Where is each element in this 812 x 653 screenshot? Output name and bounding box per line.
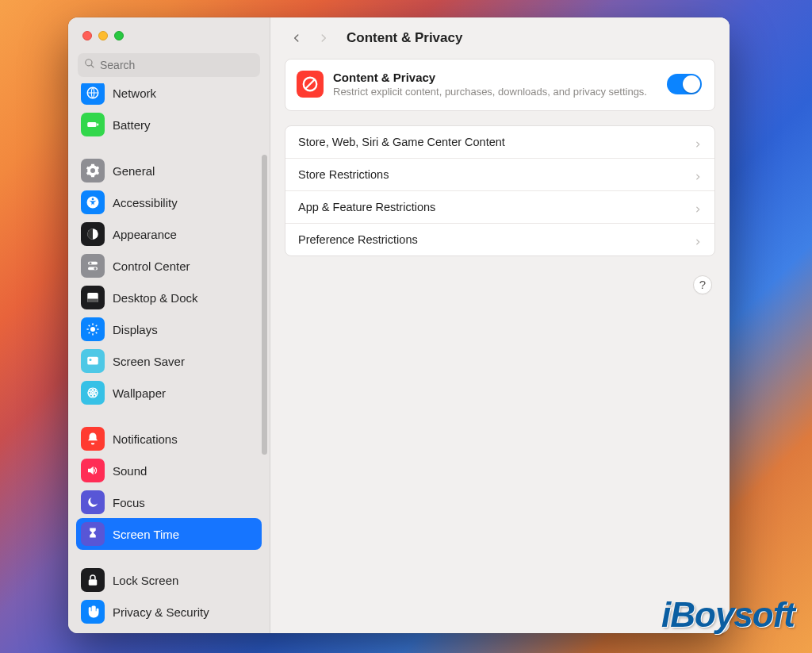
search-field[interactable]: [78, 53, 260, 77]
screensaver-icon: [81, 349, 105, 373]
row-label: Store Restrictions: [298, 168, 389, 181]
wallpaper-icon: [81, 381, 105, 405]
sidebar-item-desktop-dock[interactable]: Desktop & Dock: [76, 282, 262, 313]
sidebar-item-label: Screen Saver: [113, 355, 185, 368]
brightness-icon: [81, 317, 105, 341]
system-settings-window: NetworkBatteryGeneralAccessibilityAppear…: [68, 17, 730, 633]
moon-icon: [81, 490, 105, 514]
no-sign-icon: [297, 71, 324, 98]
battery-icon: [81, 113, 105, 136]
sidebar-item-label: Control Center: [113, 259, 190, 273]
bell-icon: [81, 427, 105, 451]
dock-icon: [81, 286, 105, 309]
chevron-right-icon: [694, 236, 702, 244]
settings-row-app-feature-restrictions[interactable]: App & Feature Restrictions: [285, 190, 714, 223]
header-title: Content & Privacy: [333, 71, 657, 84]
sidebar-item-general[interactable]: General: [76, 155, 262, 186]
settings-row-preference-restrictions[interactable]: Preference Restrictions: [285, 223, 714, 255]
settings-row-store-web-siri-game-center-content[interactable]: Store, Web, Siri & Game Center Content: [285, 126, 714, 158]
row-label: Store, Web, Siri & Game Center Content: [298, 136, 505, 148]
sidebar-item-label: Desktop & Dock: [113, 291, 198, 305]
sidebar-item-control-center[interactable]: Control Center: [76, 250, 262, 282]
sidebar-item-label: Accessibility: [113, 196, 178, 209]
sidebar: NetworkBatteryGeneralAccessibilityAppear…: [68, 17, 270, 633]
sidebar-item-focus[interactable]: Focus: [76, 486, 262, 518]
gear-icon: [81, 159, 105, 182]
sidebar-item-network[interactable]: Network: [76, 83, 262, 109]
help-button[interactable]: ?: [693, 275, 712, 294]
controls-icon: [81, 254, 105, 278]
header-subtitle: Restrict explicit content, purchases, do…: [333, 85, 657, 99]
sidebar-item-displays[interactable]: Displays: [76, 313, 262, 345]
sidebar-item-label: Sound: [113, 464, 147, 478]
speaker-icon: [81, 459, 105, 482]
zoom-window-button[interactable]: [114, 31, 124, 40]
sidebar-item-accessibility[interactable]: Accessibility: [76, 186, 262, 218]
sidebar-item-screen-time[interactable]: Screen Time: [76, 518, 262, 550]
sidebar-item-label: Privacy & Security: [113, 605, 209, 619]
sidebar-item-label: Lock Screen: [113, 574, 178, 587]
content-privacy-header-card: Content & Privacy Restrict explicit cont…: [285, 59, 715, 111]
chevron-right-icon: [694, 138, 702, 146]
close-window-button[interactable]: [82, 31, 92, 40]
lock-icon: [81, 568, 105, 592]
chevron-right-icon: [694, 203, 702, 211]
accessibility-icon: [81, 190, 105, 214]
sidebar-item-label: Network: [113, 86, 156, 100]
forward-button: [315, 29, 332, 47]
watermark: iBoysoft: [661, 595, 795, 636]
sidebar-item-label: Battery: [113, 118, 151, 132]
sidebar-scrollbar[interactable]: [262, 155, 267, 455]
search-input[interactable]: [100, 59, 254, 71]
content-pane: Content & Privacy Content & Privacy Rest…: [270, 17, 730, 633]
sidebar-item-label: Wallpaper: [113, 386, 166, 400]
search-icon: [84, 58, 95, 72]
sidebar-item-appearance[interactable]: Appearance: [76, 218, 262, 250]
settings-list: Store, Web, Siri & Game Center ContentSt…: [285, 125, 715, 256]
sidebar-item-label: Notifications: [113, 432, 178, 446]
sidebar-item-privacy-security[interactable]: Privacy & Security: [76, 596, 262, 628]
hourglass-icon: [81, 522, 105, 546]
minimize-window-button[interactable]: [98, 31, 108, 40]
sidebar-item-screen-saver[interactable]: Screen Saver: [76, 345, 262, 377]
hand-icon: [81, 600, 105, 624]
row-label: App & Feature Restrictions: [298, 201, 435, 213]
sidebar-item-battery[interactable]: Battery: [76, 109, 262, 140]
page-title: Content & Privacy: [347, 30, 462, 46]
sidebar-item-wallpaper[interactable]: Wallpaper: [76, 377, 262, 409]
settings-row-store-restrictions[interactable]: Store Restrictions: [285, 158, 714, 190]
sidebar-item-sound[interactable]: Sound: [76, 455, 262, 486]
sidebar-item-label: General: [113, 164, 155, 178]
sidebar-item-lock-screen[interactable]: Lock Screen: [76, 564, 262, 596]
content-topbar: Content & Privacy: [270, 17, 730, 59]
sidebar-item-label: Appearance: [113, 228, 177, 241]
window-titlebar: [68, 17, 270, 53]
sidebar-item-notifications[interactable]: Notifications: [76, 423, 262, 455]
row-label: Preference Restrictions: [298, 233, 418, 246]
sidebar-item-label: Focus: [113, 496, 145, 509]
globe-icon: [81, 83, 105, 105]
sidebar-item-label: Displays: [113, 323, 158, 336]
chevron-right-icon: [694, 171, 702, 179]
appearance-icon: [81, 222, 105, 246]
sidebar-item-label: Screen Time: [113, 528, 179, 541]
back-button[interactable]: [288, 29, 305, 47]
content-privacy-toggle[interactable]: [667, 74, 702, 94]
